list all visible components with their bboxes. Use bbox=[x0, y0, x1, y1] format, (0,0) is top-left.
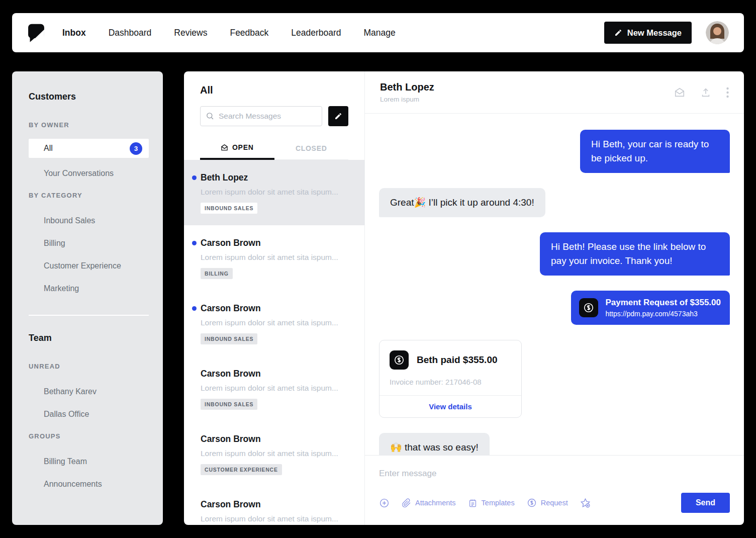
category-tag: INBOUND SALES bbox=[201, 203, 257, 214]
message-composer: Attachments Templates bbox=[365, 455, 744, 525]
conversation-row[interactable]: Carson Brown Lorem ispum dolor sit amet … bbox=[184, 225, 364, 291]
podium-logo[interactable] bbox=[27, 23, 45, 42]
list-tabs: OPEN CLOSED bbox=[200, 138, 348, 160]
conversation-row[interactable]: Carson Brown Lorem ispum dolor sit amet … bbox=[184, 421, 364, 487]
sidebar-by-category-label: BY CATEGORY bbox=[29, 192, 163, 199]
search-input[interactable] bbox=[200, 106, 322, 126]
send-button[interactable]: Send bbox=[681, 493, 730, 513]
nav-manage[interactable]: Manage bbox=[364, 28, 396, 38]
review-invite-button[interactable] bbox=[580, 498, 591, 508]
sidebar-item-inbound-sales[interactable]: Inbound Sales bbox=[29, 209, 163, 232]
star-plus-icon bbox=[580, 498, 591, 508]
unread-dot bbox=[192, 175, 197, 180]
tab-closed[interactable]: CLOSED bbox=[274, 138, 349, 159]
upload-icon[interactable] bbox=[700, 87, 711, 98]
sidebar-item-marketing[interactable]: Marketing bbox=[29, 277, 163, 300]
unread-dot bbox=[192, 241, 197, 245]
dollar-icon bbox=[390, 350, 409, 370]
sidebar-groups-label: GROUPS bbox=[29, 432, 163, 440]
conversation-row[interactable]: Carson Brown Lorem ispum dolor sit amet … bbox=[184, 487, 364, 525]
nav-leaderboard[interactable]: Leaderboard bbox=[291, 28, 341, 38]
sidebar-divider bbox=[29, 315, 149, 316]
tab-open[interactable]: OPEN bbox=[200, 138, 274, 160]
receipt-title: Beth paid $355.00 bbox=[417, 354, 498, 366]
conversation-row[interactable]: Carson Brown Lorem ispum dolor sit amet … bbox=[184, 291, 364, 356]
conversation-row[interactable]: Beth Lopez Lorem ispum dolor sit amet si… bbox=[184, 160, 364, 225]
outgoing-message: Hi Beth! Please use the link below to pa… bbox=[540, 232, 730, 276]
add-button[interactable] bbox=[379, 498, 390, 508]
chat-panel: Beth Lopez Lorem ispum bbox=[365, 71, 744, 525]
templates-button[interactable]: Templates bbox=[468, 498, 515, 508]
dollar-icon bbox=[579, 298, 598, 317]
user-avatar[interactable] bbox=[706, 21, 729, 44]
payment-link[interactable]: https://pdm.pay.com/4573ah3 bbox=[605, 310, 721, 318]
nav-reviews[interactable]: Reviews bbox=[174, 28, 207, 38]
search-box bbox=[200, 106, 322, 126]
unread-dot bbox=[192, 306, 197, 311]
sidebar-item-bethany-karev[interactable]: Bethany Karev bbox=[29, 380, 163, 403]
message-input[interactable] bbox=[379, 469, 730, 479]
sidebar-item-your-conversations[interactable]: Your Conversations bbox=[29, 162, 163, 185]
new-message-button[interactable]: New Message bbox=[604, 22, 692, 44]
message-thread: Hi Beth, your car is ready to be picked … bbox=[365, 114, 744, 455]
plus-circle-icon bbox=[379, 498, 390, 508]
receipt-invoice-number: Invoice number: 217046-08 bbox=[390, 378, 511, 386]
notepad-icon bbox=[468, 498, 478, 508]
mark-unread-envelope-icon[interactable] bbox=[674, 87, 685, 98]
sidebar-item-all[interactable]: All 3 bbox=[29, 139, 149, 158]
payment-request-card[interactable]: Payment Request of $355.00 https://pdm.p… bbox=[571, 291, 730, 325]
payment-receipt-card: Beth paid $355.00 Invoice number: 217046… bbox=[379, 340, 522, 418]
inbox-open-icon bbox=[221, 144, 228, 151]
paperclip-icon bbox=[402, 498, 411, 508]
attachments-button[interactable]: Attachments bbox=[402, 498, 456, 508]
sidebar-by-owner-label: BY OWNER bbox=[29, 121, 163, 129]
dollar-circle-icon bbox=[527, 498, 537, 508]
nav-dashboard[interactable]: Dashboard bbox=[109, 28, 152, 38]
sidebar-item-announcements[interactable]: Announcements bbox=[29, 473, 163, 495]
pencil-icon bbox=[334, 112, 342, 120]
chat-header: Beth Lopez Lorem ispum bbox=[365, 71, 744, 114]
category-tag: INBOUND SALES bbox=[201, 399, 257, 410]
sidebar-unread-label: UNREAD bbox=[29, 363, 163, 370]
list-title: All bbox=[200, 84, 348, 96]
sidebar: Customers BY OWNER All 3 Your Conversati… bbox=[12, 71, 163, 525]
chat-contact-subtitle: Lorem ispum bbox=[380, 96, 434, 103]
category-tag: CUSTOMER EXPERIENCE bbox=[201, 464, 282, 475]
unread-count-badge: 3 bbox=[130, 142, 142, 155]
pencil-icon bbox=[614, 29, 622, 37]
app: Inbox Dashboard Reviews Feedback Leaderb… bbox=[0, 0, 756, 538]
conversation-list: Beth Lopez Lorem ispum dolor sit amet si… bbox=[184, 160, 364, 525]
incoming-message: 🙌 that was so easy! bbox=[379, 433, 490, 455]
sidebar-item-dallas-office[interactable]: Dallas Office bbox=[29, 403, 163, 425]
sidebar-team-title: Team bbox=[29, 333, 163, 343]
sidebar-item-customer-experience[interactable]: Customer Experience bbox=[29, 254, 163, 277]
nav-inbox[interactable]: Inbox bbox=[62, 28, 86, 38]
content-panel: All bbox=[184, 71, 744, 525]
request-payment-button[interactable]: Request bbox=[527, 498, 568, 508]
nav-feedback[interactable]: Feedback bbox=[230, 28, 268, 38]
kebab-menu-icon[interactable] bbox=[726, 87, 729, 98]
conversation-list-panel: All bbox=[184, 71, 365, 525]
view-details-link[interactable]: View details bbox=[380, 395, 521, 417]
sidebar-item-billing[interactable]: Billing bbox=[29, 232, 163, 254]
category-tag: BILLING bbox=[201, 268, 233, 279]
incoming-message: Great🎉 I’ll pick it up around 4:30! bbox=[379, 188, 545, 217]
navbar-right: New Message bbox=[604, 21, 729, 44]
chat-contact-name: Beth Lopez bbox=[380, 81, 434, 93]
category-tag: INBOUND SALES bbox=[201, 333, 257, 344]
top-navbar: Inbox Dashboard Reviews Feedback Leaderb… bbox=[12, 13, 744, 52]
sidebar-item-billing-team[interactable]: Billing Team bbox=[29, 450, 163, 473]
main-nav: Inbox Dashboard Reviews Feedback Leaderb… bbox=[62, 28, 396, 38]
outgoing-message: Hi Beth, your car is ready to be picked … bbox=[580, 130, 730, 173]
compose-button[interactable] bbox=[328, 106, 348, 126]
payment-request-title: Payment Request of $355.00 bbox=[605, 298, 721, 307]
search-icon bbox=[206, 112, 214, 122]
conversation-row[interactable]: Carson Brown Lorem ispum dolor sit amet … bbox=[184, 356, 364, 421]
sidebar-customers-title: Customers bbox=[29, 92, 163, 102]
